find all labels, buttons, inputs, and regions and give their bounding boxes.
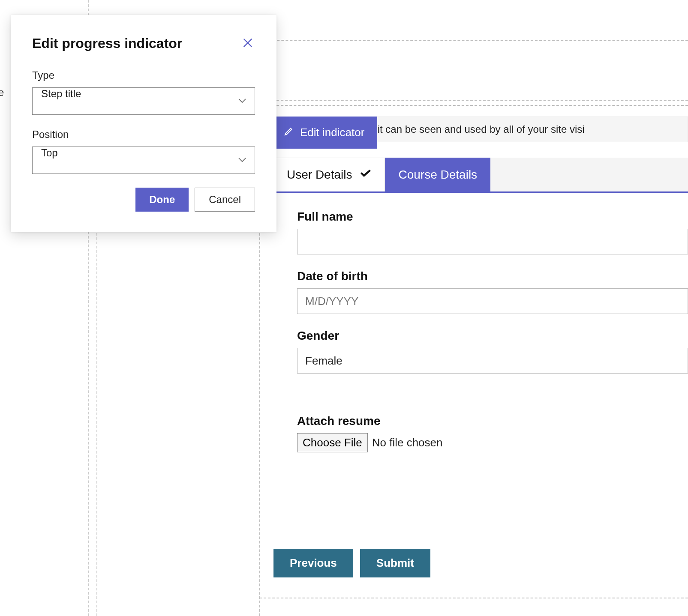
choose-file-button[interactable]: Choose File <box>297 433 368 452</box>
attach-resume-label: Attach resume <box>297 414 688 428</box>
full-name-label: Full name <box>297 210 688 224</box>
field-gender: Gender <box>297 329 688 374</box>
tab-course-details[interactable]: Course Details <box>385 158 490 191</box>
close-icon <box>242 43 253 50</box>
full-name-input[interactable] <box>297 229 688 254</box>
field-attach-resume: Attach resume Choose File No file chosen <box>297 414 688 452</box>
cancel-button[interactable]: Cancel <box>195 188 255 212</box>
tab-label: User Details <box>287 168 352 182</box>
close-button[interactable] <box>240 36 255 51</box>
layout-region-mid <box>259 41 688 101</box>
dob-label: Date of birth <box>297 269 688 283</box>
file-status-text: No file chosen <box>372 436 443 449</box>
dob-input[interactable] <box>297 288 688 314</box>
field-full-name: Full name <box>297 210 688 254</box>
pencil-icon <box>284 126 294 139</box>
type-select[interactable]: Step title <box>32 87 255 115</box>
progress-tabs: User Details Course Details <box>273 158 688 193</box>
submit-button[interactable]: Submit <box>360 549 430 577</box>
previous-button[interactable]: Previous <box>273 549 353 577</box>
form-nav-buttons: Previous Submit <box>273 549 430 577</box>
type-select-value: Step title <box>41 88 81 99</box>
edit-indicator-button[interactable]: Edit indicator <box>273 117 377 149</box>
tab-user-details[interactable]: User Details <box>273 158 385 191</box>
checkmark-icon <box>360 168 372 182</box>
truncated-text-fragment: e <box>0 87 4 99</box>
edit-indicator-label: Edit indicator <box>300 126 364 139</box>
done-button[interactable]: Done <box>135 188 189 212</box>
field-date-of-birth: Date of birth <box>297 269 688 314</box>
dialog-title: Edit progress indicator <box>32 36 182 51</box>
type-label: Type <box>32 69 255 81</box>
gender-select[interactable] <box>297 348 688 374</box>
layout-guide-bottom <box>259 598 688 598</box>
gender-label: Gender <box>297 329 688 343</box>
position-select-value: Top <box>41 147 58 158</box>
position-select[interactable]: Top <box>32 147 255 174</box>
tab-label: Course Details <box>398 168 477 182</box>
edit-progress-indicator-dialog: Edit progress indicator Type Step title … <box>11 15 276 232</box>
position-label: Position <box>32 129 255 141</box>
